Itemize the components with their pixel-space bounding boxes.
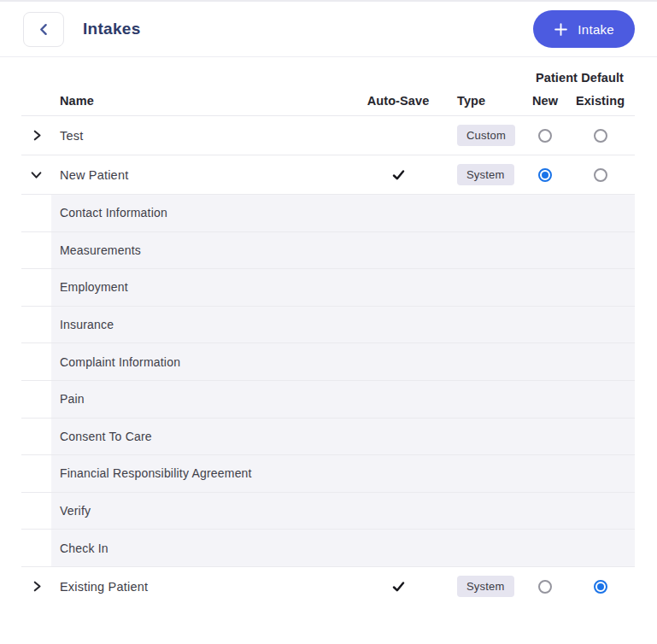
section-expander-spacer [21,381,51,418]
intake-section-row: Contact Information [21,195,635,232]
section-expander-spacer [21,269,51,306]
default-existing-cell [566,155,635,194]
default-new-cell [525,116,566,155]
section-name: Financial Responsibility Agreement [51,455,635,492]
section-expander-spacer [21,343,51,380]
type-cell: System [437,567,525,606]
auto-save-cell [359,567,437,606]
intake-row: Existing PatientSystem [21,567,635,606]
default-existing-cell [566,116,635,155]
auto-save-cell [359,116,437,155]
section-name: Measurements [51,232,635,269]
intake-section-row: Verify [21,493,635,530]
chevron-right-icon [31,580,43,593]
section-name: Verify [51,493,635,530]
type-badge: Custom [457,125,515,146]
section-name: Check In [51,530,635,566]
table-body: TestCustomNew PatientSystemContact Infor… [21,116,635,606]
page-title: Intakes [83,20,141,38]
section-expander-spacer [21,530,51,566]
default-existing-radio[interactable] [594,129,607,143]
section-name: Complaint Information [51,343,635,380]
check-icon [391,580,406,594]
chevron-down-icon [30,169,43,181]
intake-section-row: Consent To Care [21,419,635,456]
intake-name: Existing Patient [51,567,359,606]
default-existing-cell [566,567,635,606]
add-intake-button[interactable]: Intake [533,10,635,48]
section-name: Consent To Care [51,419,635,455]
intake-section-row: Financial Responsibility Agreement [21,455,635,493]
expand-row-button[interactable] [26,577,47,597]
auto-save-cell [359,155,437,194]
section-name: Pain [51,381,635,418]
chevron-right-icon [31,129,43,142]
chevron-left-icon [37,22,51,37]
column-group-patient-default: Patient Default [525,71,635,85]
default-new-cell [525,567,566,606]
section-expander-spacer [21,307,51,343]
column-header-new: New [525,94,566,108]
intake-section-row: Employment [21,269,635,307]
default-new-cell [525,155,566,194]
column-header-existing: Existing [566,94,635,108]
check-icon [391,168,406,182]
expand-row-button[interactable] [26,126,47,146]
intake-section-row: Measurements [21,232,635,270]
table-header: Patient Default Name Auto-Save Type New … [21,57,635,116]
section-expander-spacer [21,195,51,231]
collapse-row-button[interactable] [26,165,47,185]
intake-section-row: Check In [21,530,635,567]
default-existing-radio[interactable] [594,580,607,594]
intakes-table: Patient Default Name Auto-Save Type New … [0,57,657,606]
section-name: Contact Information [51,195,635,231]
default-new-radio[interactable] [538,580,552,594]
column-header-name: Name [51,94,359,108]
section-name: Employment [51,269,635,306]
intake-name: New Patient [51,155,359,194]
type-badge: System [457,576,514,597]
type-badge: System [457,164,514,185]
plus-icon [554,22,568,37]
type-cell: System [437,155,525,194]
intake-section-row: Complaint Information [21,343,635,381]
page-header: Intakes Intake [0,2,657,57]
add-intake-button-label: Intake [578,22,614,37]
section-expander-spacer [21,493,51,530]
intake-section-row: Insurance [21,307,635,344]
intake-name: Test [51,116,359,155]
intake-row: New PatientSystem [21,155,635,195]
column-header-auto-save: Auto-Save [359,94,437,108]
section-expander-spacer [21,455,51,492]
column-header-type: Type [437,94,525,108]
section-expander-spacer [21,419,51,455]
type-cell: Custom [437,116,525,155]
intake-section-row: Pain [21,381,635,419]
default-new-radio[interactable] [538,129,552,143]
intake-row: TestCustom [21,116,635,155]
back-button[interactable] [23,12,64,47]
section-expander-spacer [21,232,51,269]
section-name: Insurance [51,307,635,343]
default-existing-radio[interactable] [594,168,607,182]
default-new-radio[interactable] [538,168,552,182]
